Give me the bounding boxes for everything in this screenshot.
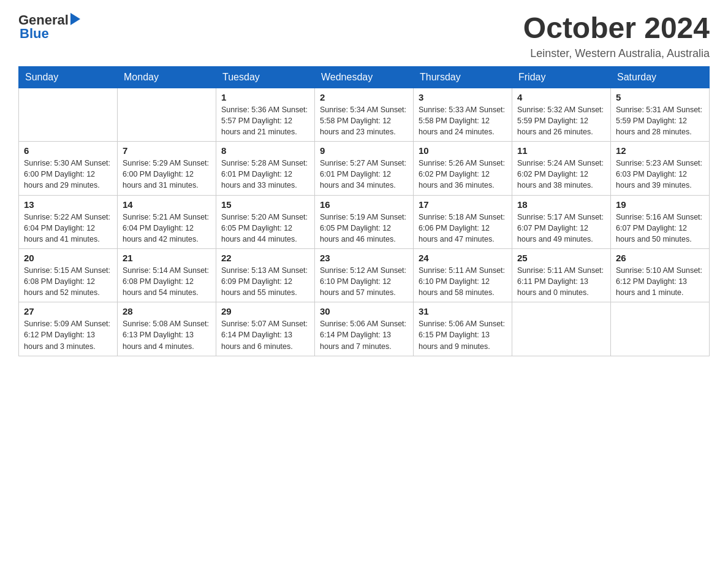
calendar-day-cell: 6Sunrise: 5:30 AM Sunset: 6:00 PM Daylig… — [19, 142, 118, 195]
calendar-week-row: 27Sunrise: 5:09 AM Sunset: 6:12 PM Dayli… — [19, 302, 710, 356]
calendar-day-cell: 18Sunrise: 5:17 AM Sunset: 6:07 PM Dayli… — [512, 195, 611, 248]
day-info: Sunrise: 5:27 AM Sunset: 6:01 PM Dayligh… — [320, 158, 408, 191]
calendar-day-cell: 8Sunrise: 5:28 AM Sunset: 6:01 PM Daylig… — [216, 142, 315, 195]
calendar-day-cell: 30Sunrise: 5:06 AM Sunset: 6:14 PM Dayli… — [315, 302, 414, 356]
day-info: Sunrise: 5:23 AM Sunset: 6:03 PM Dayligh… — [616, 158, 704, 191]
calendar-day-header: Thursday — [414, 66, 512, 88]
calendar-week-row: 1Sunrise: 5:36 AM Sunset: 5:57 PM Daylig… — [19, 88, 710, 141]
calendar-day-cell: 24Sunrise: 5:11 AM Sunset: 6:10 PM Dayli… — [414, 248, 512, 302]
calendar-day-cell: 3Sunrise: 5:33 AM Sunset: 5:58 PM Daylig… — [414, 88, 512, 141]
day-info: Sunrise: 5:20 AM Sunset: 6:05 PM Dayligh… — [221, 212, 309, 245]
calendar-day-cell: 11Sunrise: 5:24 AM Sunset: 6:02 PM Dayli… — [512, 142, 611, 195]
day-number: 27 — [24, 306, 112, 316]
day-number: 11 — [517, 145, 605, 156]
day-info: Sunrise: 5:07 AM Sunset: 6:14 PM Dayligh… — [221, 318, 309, 351]
calendar-day-cell: 13Sunrise: 5:22 AM Sunset: 6:04 PM Dayli… — [19, 195, 118, 248]
day-info: Sunrise: 5:17 AM Sunset: 6:07 PM Dayligh… — [517, 212, 605, 245]
day-number: 31 — [419, 306, 507, 316]
calendar-day-cell: 10Sunrise: 5:26 AM Sunset: 6:02 PM Dayli… — [414, 142, 512, 195]
day-info: Sunrise: 5:13 AM Sunset: 6:09 PM Dayligh… — [221, 265, 309, 298]
day-info: Sunrise: 5:16 AM Sunset: 6:07 PM Dayligh… — [616, 212, 704, 245]
day-number: 20 — [24, 253, 112, 263]
day-number: 29 — [221, 306, 309, 316]
calendar-day-cell — [611, 302, 710, 356]
calendar-day-header: Monday — [118, 66, 216, 88]
day-number: 7 — [123, 145, 211, 156]
day-info: Sunrise: 5:24 AM Sunset: 6:02 PM Dayligh… — [517, 158, 605, 191]
calendar-week-row: 13Sunrise: 5:22 AM Sunset: 6:04 PM Dayli… — [19, 195, 710, 248]
day-number: 18 — [517, 199, 605, 210]
logo: General Blue — [18, 12, 80, 42]
calendar-day-cell: 5Sunrise: 5:31 AM Sunset: 5:59 PM Daylig… — [611, 88, 710, 141]
calendar-day-cell: 22Sunrise: 5:13 AM Sunset: 6:09 PM Dayli… — [216, 248, 315, 302]
day-number: 19 — [616, 199, 704, 210]
calendar-day-cell: 31Sunrise: 5:06 AM Sunset: 6:15 PM Dayli… — [414, 302, 512, 356]
day-number: 2 — [320, 92, 408, 102]
calendar-day-cell — [512, 302, 611, 356]
day-number: 15 — [221, 199, 309, 210]
page-header: General Blue October 2024 Leinster, West… — [18, 12, 710, 60]
day-info: Sunrise: 5:18 AM Sunset: 6:06 PM Dayligh… — [419, 212, 507, 245]
calendar-day-cell: 16Sunrise: 5:19 AM Sunset: 6:05 PM Dayli… — [315, 195, 414, 248]
calendar-day-cell: 2Sunrise: 5:34 AM Sunset: 5:58 PM Daylig… — [315, 88, 414, 141]
day-number: 3 — [419, 92, 507, 102]
calendar-day-cell: 4Sunrise: 5:32 AM Sunset: 5:59 PM Daylig… — [512, 88, 611, 141]
title-area: October 2024 Leinster, Western Australia… — [523, 12, 710, 60]
calendar-day-cell: 14Sunrise: 5:21 AM Sunset: 6:04 PM Dayli… — [118, 195, 216, 248]
calendar-day-cell: 19Sunrise: 5:16 AM Sunset: 6:07 PM Dayli… — [611, 195, 710, 248]
day-info: Sunrise: 5:33 AM Sunset: 5:58 PM Dayligh… — [419, 104, 507, 137]
calendar-day-cell: 17Sunrise: 5:18 AM Sunset: 6:06 PM Dayli… — [414, 195, 512, 248]
calendar-day-cell: 7Sunrise: 5:29 AM Sunset: 6:00 PM Daylig… — [118, 142, 216, 195]
day-info: Sunrise: 5:29 AM Sunset: 6:00 PM Dayligh… — [123, 158, 211, 191]
calendar-day-cell: 28Sunrise: 5:08 AM Sunset: 6:13 PM Dayli… — [118, 302, 216, 356]
day-info: Sunrise: 5:11 AM Sunset: 6:10 PM Dayligh… — [419, 265, 507, 298]
location-text: Leinster, Western Australia, Australia — [523, 47, 710, 60]
day-number: 1 — [221, 92, 309, 102]
day-number: 13 — [24, 199, 112, 210]
calendar-header-row: SundayMondayTuesdayWednesdayThursdayFrid… — [19, 66, 710, 88]
calendar-day-cell: 21Sunrise: 5:14 AM Sunset: 6:08 PM Dayli… — [118, 248, 216, 302]
day-info: Sunrise: 5:15 AM Sunset: 6:08 PM Dayligh… — [24, 265, 112, 298]
day-number: 24 — [419, 253, 507, 263]
day-number: 4 — [517, 92, 605, 102]
day-info: Sunrise: 5:08 AM Sunset: 6:13 PM Dayligh… — [123, 318, 211, 351]
day-number: 8 — [221, 145, 309, 156]
logo-triangle-icon — [70, 13, 80, 25]
calendar-day-header: Wednesday — [315, 66, 414, 88]
day-info: Sunrise: 5:14 AM Sunset: 6:08 PM Dayligh… — [123, 265, 211, 298]
day-number: 12 — [616, 145, 704, 156]
logo-blue-text: Blue — [20, 26, 49, 42]
day-info: Sunrise: 5:30 AM Sunset: 6:00 PM Dayligh… — [24, 158, 112, 191]
day-number: 10 — [419, 145, 507, 156]
day-number: 9 — [320, 145, 408, 156]
day-number: 26 — [616, 253, 704, 263]
day-info: Sunrise: 5:28 AM Sunset: 6:01 PM Dayligh… — [221, 158, 309, 191]
calendar-day-cell: 15Sunrise: 5:20 AM Sunset: 6:05 PM Dayli… — [216, 195, 315, 248]
day-info: Sunrise: 5:36 AM Sunset: 5:57 PM Dayligh… — [221, 104, 309, 137]
calendar-day-cell: 25Sunrise: 5:11 AM Sunset: 6:11 PM Dayli… — [512, 248, 611, 302]
calendar-day-header: Friday — [512, 66, 611, 88]
day-number: 28 — [123, 306, 211, 316]
day-info: Sunrise: 5:31 AM Sunset: 5:59 PM Dayligh… — [616, 104, 704, 137]
day-info: Sunrise: 5:22 AM Sunset: 6:04 PM Dayligh… — [24, 212, 112, 245]
calendar-day-header: Tuesday — [216, 66, 315, 88]
day-number: 30 — [320, 306, 408, 316]
calendar-day-header: Saturday — [611, 66, 710, 88]
calendar-table: SundayMondayTuesdayWednesdayThursdayFrid… — [18, 66, 710, 356]
calendar-day-cell — [118, 88, 216, 141]
day-number: 25 — [517, 253, 605, 263]
day-number: 5 — [616, 92, 704, 102]
calendar-day-cell: 23Sunrise: 5:12 AM Sunset: 6:10 PM Dayli… — [315, 248, 414, 302]
calendar-day-cell: 1Sunrise: 5:36 AM Sunset: 5:57 PM Daylig… — [216, 88, 315, 141]
day-info: Sunrise: 5:12 AM Sunset: 6:10 PM Dayligh… — [320, 265, 408, 298]
day-info: Sunrise: 5:10 AM Sunset: 6:12 PM Dayligh… — [616, 265, 704, 298]
calendar-day-cell: 20Sunrise: 5:15 AM Sunset: 6:08 PM Dayli… — [19, 248, 118, 302]
calendar-day-cell: 29Sunrise: 5:07 AM Sunset: 6:14 PM Dayli… — [216, 302, 315, 356]
calendar-day-cell: 26Sunrise: 5:10 AM Sunset: 6:12 PM Dayli… — [611, 248, 710, 302]
day-number: 14 — [123, 199, 211, 210]
day-number: 16 — [320, 199, 408, 210]
day-info: Sunrise: 5:11 AM Sunset: 6:11 PM Dayligh… — [517, 265, 605, 298]
day-info: Sunrise: 5:21 AM Sunset: 6:04 PM Dayligh… — [123, 212, 211, 245]
calendar-day-cell — [19, 88, 118, 141]
calendar-day-cell: 9Sunrise: 5:27 AM Sunset: 6:01 PM Daylig… — [315, 142, 414, 195]
